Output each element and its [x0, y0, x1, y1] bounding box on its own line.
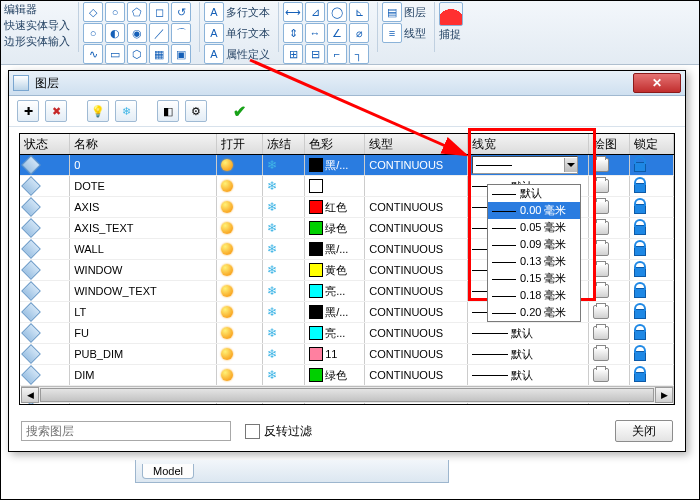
col-lineweight[interactable]: 线宽: [468, 134, 589, 154]
freeze-icon[interactable]: ❄: [267, 326, 277, 340]
lock-icon[interactable]: [634, 326, 646, 340]
freeze-icon[interactable]: ❄: [267, 284, 277, 298]
ribbon-label[interactable]: 单行文本: [226, 26, 270, 41]
close-button[interactable]: 关闭: [615, 420, 673, 442]
shape-icon[interactable]: ◐: [105, 23, 125, 43]
bulb-icon[interactable]: [221, 201, 233, 213]
linetype-cell[interactable]: CONTINUOUS: [365, 302, 468, 322]
close-icon[interactable]: ✕: [633, 73, 681, 93]
dropdown-option[interactable]: 默认: [488, 185, 580, 202]
layer-name[interactable]: 0: [70, 155, 216, 175]
table-row[interactable]: PUB_DIM❄11CONTINUOUS默认: [20, 344, 674, 365]
dim-icon[interactable]: ⌐: [327, 44, 347, 64]
color-swatch[interactable]: [309, 305, 323, 319]
scroll-thumb[interactable]: [40, 388, 654, 402]
shape-icon[interactable]: ▦: [149, 44, 169, 64]
layer-name[interactable]: FU: [70, 323, 216, 343]
color-swatch[interactable]: [309, 179, 323, 193]
text-icon[interactable]: A: [204, 23, 224, 43]
layer-name[interactable]: AXIS_TEXT: [70, 218, 216, 238]
freeze-icon[interactable]: ❄: [267, 221, 277, 235]
dropdown-option[interactable]: 0.05 毫米: [488, 219, 580, 236]
shape-icon[interactable]: ⬡: [127, 44, 147, 64]
layer-name[interactable]: WINDOW_TEXT: [70, 281, 216, 301]
dim-icon[interactable]: ⟷: [283, 2, 303, 22]
dropdown-option[interactable]: 0.20 毫米: [488, 304, 580, 321]
dim-icon[interactable]: ⇕: [283, 23, 303, 43]
layer-icon[interactable]: ▤: [382, 2, 402, 22]
color-button[interactable]: ◧: [157, 100, 179, 122]
freeze-icon[interactable]: ❄: [267, 200, 277, 214]
linetype-cell[interactable]: CONTINUOUS: [365, 344, 468, 364]
lineweight-cell[interactable]: 默认: [468, 323, 589, 343]
col-name[interactable]: 名称: [70, 134, 216, 154]
lock-icon[interactable]: [634, 284, 646, 298]
dim-icon[interactable]: ⊾: [349, 2, 369, 22]
dropdown-option[interactable]: 0.13 毫米: [488, 253, 580, 270]
col-open[interactable]: 打开: [217, 134, 263, 154]
layer-name[interactable]: AXIS: [70, 197, 216, 217]
lock-icon[interactable]: [634, 263, 646, 277]
dropdown-option[interactable]: 0.09 毫米: [488, 236, 580, 253]
col-lock[interactable]: 锁定: [630, 134, 674, 154]
tab-model[interactable]: Model: [142, 464, 194, 479]
printer-icon[interactable]: [593, 263, 609, 277]
printer-icon[interactable]: [593, 221, 609, 235]
ribbon-label[interactable]: 图层: [404, 5, 426, 20]
linetype-cell[interactable]: CONTINUOUS: [365, 197, 468, 217]
col-plot[interactable]: 绘图: [589, 134, 629, 154]
lineweight-cell[interactable]: 默认: [468, 365, 589, 385]
freeze-icon[interactable]: ❄: [267, 242, 277, 256]
lock-icon[interactable]: [634, 158, 646, 172]
bulb-icon[interactable]: [221, 159, 233, 171]
lock-icon[interactable]: [634, 242, 646, 256]
lock-icon[interactable]: [634, 368, 646, 382]
color-swatch[interactable]: [309, 200, 323, 214]
shape-icon[interactable]: ∿: [83, 44, 103, 64]
layer-name[interactable]: DIM: [70, 365, 216, 385]
linetype-cell[interactable]: CONTINUOUS: [365, 281, 468, 301]
printer-icon[interactable]: [593, 242, 609, 256]
table-row[interactable]: DIM❄绿色CONTINUOUS默认: [20, 365, 674, 386]
shape-icon[interactable]: ◉: [127, 23, 147, 43]
table-row[interactable]: FU❄亮...CONTINUOUS默认: [20, 323, 674, 344]
lock-icon[interactable]: [634, 200, 646, 214]
dropdown-option[interactable]: 0.00 毫米: [488, 202, 580, 219]
freeze-icon[interactable]: ❄: [267, 179, 277, 193]
lineweight-cell[interactable]: 默认: [468, 344, 589, 364]
lineweight-combo[interactable]: 0.00 毫米: [472, 156, 578, 174]
shape-icon[interactable]: ／: [149, 23, 169, 43]
printer-icon[interactable]: [593, 158, 609, 172]
linetype-cell[interactable]: CONTINUOUS: [365, 239, 468, 259]
dim-icon[interactable]: ⊿: [305, 2, 325, 22]
bulb-icon[interactable]: [221, 264, 233, 276]
freeze-icon[interactable]: ❄: [267, 263, 277, 277]
apply-button[interactable]: ✔: [233, 102, 246, 121]
bulb-icon[interactable]: [221, 306, 233, 318]
color-swatch[interactable]: [309, 326, 323, 340]
text-icon[interactable]: A: [204, 2, 224, 22]
linetype-cell[interactable]: CONTINUOUS: [365, 155, 468, 175]
lock-icon[interactable]: [634, 179, 646, 193]
new-layer-button[interactable]: ✚: [17, 100, 39, 122]
shape-icon[interactable]: ▭: [105, 44, 125, 64]
linetype-icon[interactable]: ≡: [382, 23, 402, 43]
dropdown-option[interactable]: 0.15 毫米: [488, 270, 580, 287]
printer-icon[interactable]: [593, 305, 609, 319]
printer-icon[interactable]: [593, 200, 609, 214]
printer-icon[interactable]: [593, 179, 609, 193]
bulb-icon[interactable]: [221, 327, 233, 339]
ribbon-label[interactable]: 捕捉: [439, 27, 463, 42]
layer-name[interactable]: WALL: [70, 239, 216, 259]
shape-icon[interactable]: ⌒: [171, 23, 191, 43]
linetype-cell[interactable]: CONTINUOUS: [365, 260, 468, 280]
dim-icon[interactable]: ↔: [305, 23, 325, 43]
linetype-cell[interactable]: CONTINUOUS: [365, 323, 468, 343]
dim-icon[interactable]: ◯: [327, 2, 347, 22]
printer-icon[interactable]: [593, 326, 609, 340]
printer-icon[interactable]: [593, 284, 609, 298]
printer-icon[interactable]: [593, 368, 609, 382]
bulb-icon[interactable]: [221, 348, 233, 360]
horizontal-scrollbar[interactable]: ◀ ▶: [21, 386, 673, 403]
color-swatch[interactable]: [309, 368, 323, 382]
